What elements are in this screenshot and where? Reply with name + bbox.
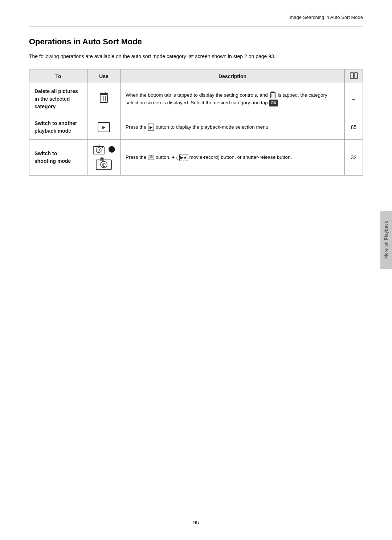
- svg-point-31: [152, 156, 153, 157]
- svg-point-22: [101, 157, 103, 160]
- svg-point-19: [102, 147, 103, 148]
- page-title: Operations in Auto Sort Mode: [29, 37, 363, 47]
- use-cell-playback: [87, 115, 121, 140]
- svg-rect-30: [150, 155, 151, 156]
- svg-point-29: [150, 157, 151, 158]
- bullet-circle-icon: [109, 146, 115, 153]
- desc-cell-delete: When the bottom tab is tapped to display…: [121, 83, 345, 115]
- side-tab: More on Playback: [380, 211, 392, 269]
- page-wrapper: Image Searching in Auto Sort Mode Operat…: [0, 0, 392, 540]
- table-row: Switch to anotherplayback mode Press the…: [29, 115, 363, 140]
- svg-point-16: [96, 148, 101, 153]
- col-header-to: To: [29, 69, 87, 83]
- playback-button-icon: [98, 122, 110, 132]
- shutter-release-icon: [95, 157, 113, 171]
- operations-table: To Use Description: [29, 69, 363, 176]
- svg-rect-0: [350, 73, 354, 78]
- page-cell-delete: –: [345, 83, 363, 115]
- header-title: Image Searching in Auto Sort Mode: [289, 15, 363, 20]
- col-header-page: [345, 69, 363, 83]
- svg-point-28: [150, 157, 152, 159]
- side-tab-label: More on Playback: [384, 221, 389, 259]
- svg-rect-10: [271, 91, 274, 92]
- trash-icon-inline: [269, 91, 277, 99]
- use-cell-delete: [87, 83, 121, 115]
- col-header-use: Use: [87, 69, 121, 83]
- page-number: 95: [193, 520, 199, 525]
- desc-cell-shooting: Press the button, ● ( ▶★ movie-record) b…: [121, 140, 345, 176]
- svg-rect-1: [354, 73, 358, 78]
- shooting-icons: [93, 144, 115, 171]
- camera-icon: [93, 144, 105, 155]
- movie-record-badge: ▶★: [179, 154, 188, 161]
- playback-btn-inline: ▶: [148, 124, 154, 131]
- to-cell-delete: Delete all picturesin the selectedcatego…: [29, 83, 87, 115]
- svg-rect-18: [97, 145, 100, 147]
- svg-rect-4: [102, 92, 106, 93]
- svg-point-17: [98, 149, 100, 151]
- desc-cell-playback: Press the ▶ button to display the playba…: [121, 115, 345, 140]
- book-icon: [350, 72, 358, 79]
- table-row: Switch toshooting mode: [29, 140, 363, 176]
- table-row: Delete all picturesin the selectedcatego…: [29, 83, 363, 115]
- trash-icon: [98, 92, 109, 104]
- shooting-top-row: [93, 144, 115, 155]
- intro-text: The following operations are available o…: [29, 52, 363, 60]
- to-cell-playback: Switch to anotherplayback mode: [29, 115, 87, 140]
- page-cell-shooting: 32: [345, 140, 363, 176]
- camera-btn-inline: [148, 154, 154, 161]
- page-cell-playback: 85: [345, 115, 363, 140]
- to-cell-shooting: Switch toshooting mode: [29, 140, 87, 176]
- header-bar: Image Searching in Auto Sort Mode: [29, 15, 363, 27]
- col-header-description: Description: [121, 69, 345, 83]
- ok-badge: OK: [269, 100, 278, 106]
- use-cell-shooting: [87, 140, 121, 176]
